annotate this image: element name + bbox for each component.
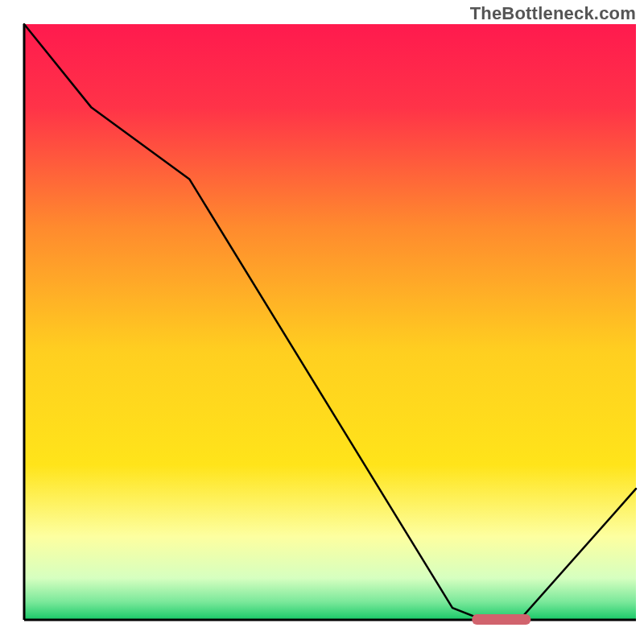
chart-container: TheBottleneck.com	[0, 0, 644, 644]
gradient-background	[24, 24, 636, 620]
bottleneck-chart	[0, 0, 644, 644]
optimal-band-marker	[472, 614, 530, 625]
plot-area	[24, 24, 636, 625]
